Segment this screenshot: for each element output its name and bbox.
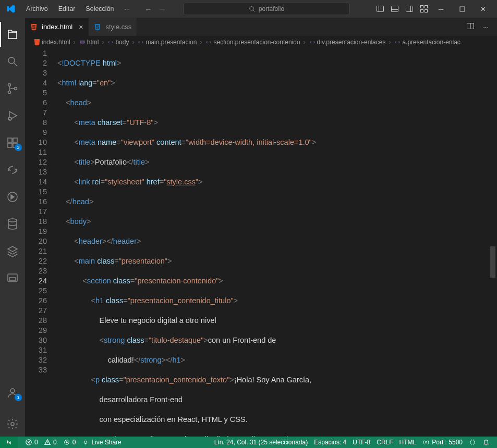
close-icon[interactable]: ✕: [480, 5, 489, 13]
remote-explorer-icon[interactable]: [0, 157, 25, 182]
customize-layout-icon[interactable]: [420, 5, 428, 13]
svg-point-27: [10, 389, 15, 393]
svg-rect-22: [13, 138, 17, 142]
status-ports[interactable]: 0: [60, 437, 79, 448]
status-live-share[interactable]: Live Share: [79, 437, 124, 448]
editor-tabs: index.html × style.css ···: [25, 18, 497, 36]
svg-point-24: [8, 219, 17, 222]
svg-point-37: [84, 441, 87, 443]
svg-line-1: [253, 10, 254, 11]
svg-point-0: [249, 6, 253, 10]
symbol-icon: [309, 39, 316, 46]
status-language[interactable]: HTML: [396, 439, 420, 446]
svg-point-28: [11, 422, 14, 426]
symbol-icon: [205, 39, 212, 46]
css3-icon: [94, 23, 102, 31]
svg-point-17: [15, 88, 17, 90]
live-share-icon[interactable]: [0, 184, 25, 209]
search-text: portafolio: [259, 5, 284, 13]
tab-style-css[interactable]: style.css: [89, 18, 137, 36]
window-dock-icon[interactable]: [0, 266, 25, 291]
status-eol[interactable]: CRLF: [373, 439, 396, 446]
line-gutter: 1234567891011121314151617181920212223242…: [25, 48, 57, 437]
code-editor[interactable]: 1234567891011121314151617181920212223242…: [25, 48, 497, 437]
symbol-icon: [394, 39, 401, 46]
nav-arrows: ← →: [144, 5, 166, 14]
status-prettier-icon[interactable]: [466, 439, 479, 446]
svg-rect-10: [421, 10, 423, 13]
svg-point-35: [66, 441, 68, 443]
scm-icon[interactable]: [0, 76, 25, 101]
nav-forward-icon[interactable]: →: [159, 5, 166, 14]
menu-file[interactable]: Archivo: [22, 3, 52, 15]
search-icon: [249, 6, 256, 13]
svg-rect-9: [425, 6, 428, 8]
status-live-server[interactable]: Port : 5500: [419, 439, 466, 446]
command-center-search[interactable]: portafolio: [183, 3, 350, 15]
editor-area: index.html × style.css ··· index.html › …: [25, 18, 497, 437]
settings-gear-icon[interactable]: [0, 412, 25, 437]
maximize-icon[interactable]: [459, 5, 468, 13]
svg-rect-19: [8, 138, 12, 142]
breadcrumb[interactable]: index.html › html › body › main.presenta…: [25, 36, 497, 48]
svg-rect-6: [406, 6, 413, 12]
svg-point-38: [426, 441, 428, 443]
database-icon[interactable]: [0, 211, 25, 237]
svg-rect-20: [8, 143, 12, 147]
extensions-icon[interactable]: 3: [0, 130, 25, 155]
layers-icon[interactable]: [0, 239, 25, 264]
minimize-icon[interactable]: ─: [439, 5, 447, 13]
symbol-icon: [79, 39, 86, 46]
tab-label: style.css: [105, 23, 131, 31]
window-controls: ─ ✕: [439, 5, 489, 13]
activity-bar: 3 1: [0, 18, 25, 437]
accounts-icon[interactable]: 1: [0, 380, 25, 405]
svg-line-14: [14, 63, 17, 66]
status-bar: 0 0 0 Live Share Lín. 24, Col. 31 (25 se…: [0, 437, 497, 448]
svg-rect-12: [460, 7, 465, 11]
split-editor-icon[interactable]: [466, 22, 475, 32]
symbol-icon: [107, 39, 114, 46]
run-debug-icon[interactable]: [0, 103, 25, 128]
svg-point-15: [8, 84, 11, 86]
menu-edit[interactable]: Editar: [54, 3, 80, 15]
tab-close-icon[interactable]: ×: [79, 23, 83, 31]
toggle-panel-right-icon[interactable]: [405, 5, 414, 13]
html5-icon: [30, 23, 39, 31]
status-cursor-position[interactable]: Lín. 24, Col. 31 (25 seleccionada): [211, 439, 311, 446]
status-errors[interactable]: 0 0: [22, 437, 60, 448]
code-lines[interactable]: <!DOCTYPE html> <html lang="en"> <head> …: [57, 48, 497, 437]
vscode-logo-icon: [6, 4, 16, 14]
status-spaces[interactable]: Espacios: 4: [311, 439, 349, 446]
status-encoding[interactable]: UTF-8: [349, 439, 373, 446]
menu-selection[interactable]: Selección: [81, 3, 118, 15]
extensions-badge: 3: [15, 144, 22, 151]
more-actions-icon[interactable]: ···: [483, 23, 489, 31]
svg-point-16: [8, 91, 11, 94]
svg-rect-4: [392, 6, 398, 12]
remote-indicator-icon[interactable]: [0, 437, 18, 448]
title-bar: Archivo Editar Selección ··· ← → portafo…: [0, 0, 497, 18]
nav-back-icon[interactable]: ←: [144, 5, 152, 14]
symbol-icon: [137, 39, 144, 46]
svg-rect-11: [425, 10, 428, 13]
toggle-panel-bottom-icon[interactable]: [391, 5, 399, 13]
svg-rect-2: [377, 6, 384, 12]
layout-controls: [376, 5, 428, 13]
status-bell-icon[interactable]: [479, 439, 493, 446]
scrollbar-thumb[interactable]: [490, 246, 495, 278]
svg-point-13: [8, 57, 15, 64]
menu-more[interactable]: ···: [120, 3, 134, 15]
vertical-scrollbar[interactable]: [490, 48, 495, 437]
svg-rect-26: [9, 278, 16, 280]
html5-icon: [33, 39, 41, 46]
accounts-badge: 1: [15, 394, 22, 401]
search-activity-icon[interactable]: [0, 49, 25, 74]
svg-rect-8: [421, 6, 423, 8]
tab-index-html[interactable]: index.html ×: [25, 18, 89, 36]
explorer-icon[interactable]: [0, 22, 25, 47]
toggle-panel-left-icon[interactable]: [376, 5, 384, 13]
tab-label: index.html: [42, 23, 72, 31]
